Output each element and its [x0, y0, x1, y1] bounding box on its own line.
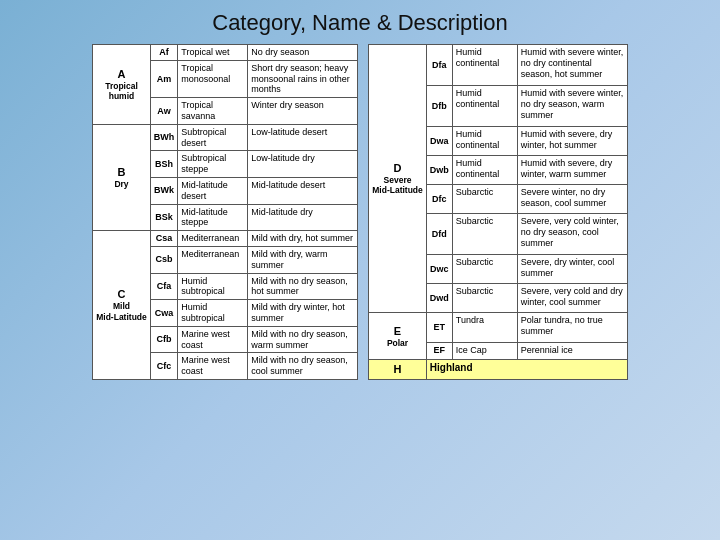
page-title: Category, Name & Description [212, 10, 508, 36]
climate-code: Dfc [426, 185, 452, 214]
climate-desc: No dry season [248, 45, 358, 61]
climate-desc: Short dry season; heavy monsoonal rains … [248, 60, 358, 97]
climate-code: BWh [150, 124, 178, 151]
climate-desc: Humid with severe, dry winter, warm summ… [517, 156, 627, 185]
climate-name: Humid continental [452, 126, 517, 155]
climate-name: Tropical wet [178, 45, 248, 61]
climate-desc: Mild with no dry season, warm summer [248, 326, 358, 353]
climate-desc: Severe, very cold winter, no dry season,… [517, 214, 627, 255]
highland-label: Highland [426, 359, 627, 379]
climate-name: Subtropical steppe [178, 151, 248, 178]
climate-name: Mediterranean [178, 231, 248, 247]
tables-container: ATropicalhumidAfTropical wetNo dry seaso… [82, 44, 638, 380]
climate-code: BSh [150, 151, 178, 178]
climate-name: Humid subtropical [178, 300, 248, 327]
climate-code: Am [150, 60, 178, 97]
climate-desc: Severe, dry winter, cool summer [517, 255, 627, 284]
climate-code: ET [426, 313, 452, 342]
climate-code: Dwc [426, 255, 452, 284]
climate-code: Dwd [426, 284, 452, 313]
climate-desc: Mild with dry, hot summer [248, 231, 358, 247]
climate-code: Dfb [426, 85, 452, 126]
climate-code: Dwa [426, 126, 452, 155]
climate-code: Dfa [426, 45, 452, 86]
left-table: ATropicalhumidAfTropical wetNo dry seaso… [92, 44, 358, 380]
climate-name: Tundra [452, 313, 517, 342]
climate-name: Humid subtropical [178, 273, 248, 300]
climate-code: EF [426, 342, 452, 359]
category-cell: CMildMid-Latitude [93, 231, 151, 380]
climate-desc: Polar tundra, no true summer [517, 313, 627, 342]
climate-desc: Perennial ice [517, 342, 627, 359]
climate-name: Subarctic [452, 185, 517, 214]
category-cell: BDry [93, 124, 151, 230]
climate-name: Tropical monosoonal [178, 60, 248, 97]
climate-desc: Severe, very cold and dry winter, cool s… [517, 284, 627, 313]
climate-code: BWk [150, 177, 178, 204]
climate-code: Csa [150, 231, 178, 247]
climate-desc: Mid-latitude dry [248, 204, 358, 231]
climate-name: Humid continental [452, 45, 517, 86]
climate-desc: Mild with dry winter, hot summer [248, 300, 358, 327]
climate-code: BSk [150, 204, 178, 231]
climate-name: Subarctic [452, 284, 517, 313]
climate-desc: Severe winter, no dry season, cool summe… [517, 185, 627, 214]
category-cell: DSevereMid-Latitude [369, 45, 427, 313]
climate-desc: Low-latitude dry [248, 151, 358, 178]
climate-name: Mid-latitude desert [178, 177, 248, 204]
climate-desc: Low-latitude desert [248, 124, 358, 151]
climate-name: Subarctic [452, 214, 517, 255]
climate-code: Cfb [150, 326, 178, 353]
climate-name: Marine west coast [178, 353, 248, 380]
right-table: DSevereMid-LatitudeDfaHumid continentalH… [368, 44, 628, 380]
climate-name: Subarctic [452, 255, 517, 284]
climate-desc: Mild with dry, warm summer [248, 246, 358, 273]
climate-name: Subtropical desert [178, 124, 248, 151]
climate-code: Cwa [150, 300, 178, 327]
climate-name: Marine west coast [178, 326, 248, 353]
climate-code: Cfa [150, 273, 178, 300]
climate-desc: Humid with severe, dry winter, hot summe… [517, 126, 627, 155]
category-cell: H [369, 359, 427, 379]
climate-name: Humid continental [452, 156, 517, 185]
climate-desc: Mild with no dry season, cool summer [248, 353, 358, 380]
category-cell: ATropicalhumid [93, 45, 151, 125]
climate-name: Mediterranean [178, 246, 248, 273]
climate-desc: Winter dry season [248, 98, 358, 125]
climate-name: Tropical savanna [178, 98, 248, 125]
category-cell: EPolar [369, 313, 427, 359]
climate-code: Csb [150, 246, 178, 273]
climate-desc: Mid-latitude desert [248, 177, 358, 204]
climate-code: Aw [150, 98, 178, 125]
climate-desc: Humid with severe winter, no dry season,… [517, 85, 627, 126]
climate-desc: Mild with no dry season, hot summer [248, 273, 358, 300]
climate-name: Humid continental [452, 85, 517, 126]
climate-code: Af [150, 45, 178, 61]
climate-name: Ice Cap [452, 342, 517, 359]
climate-name: Mid-latitude steppe [178, 204, 248, 231]
climate-code: Dfd [426, 214, 452, 255]
climate-code: Dwb [426, 156, 452, 185]
climate-code: Cfc [150, 353, 178, 380]
climate-desc: Humid with severe winter, no dry contine… [517, 45, 627, 86]
